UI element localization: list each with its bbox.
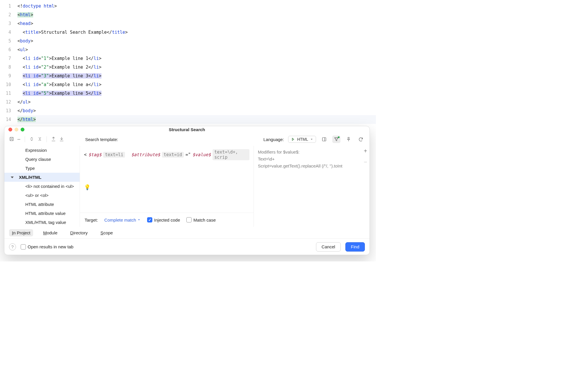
center-pane: <$tag$ text=li $attribute$ text=id ="$va… [80, 146, 254, 227]
line-number: 10 [0, 80, 17, 89]
scope-tab[interactable]: Module [40, 229, 60, 236]
line-number: 7 [0, 54, 17, 63]
dialog-title: Structural Search [4, 127, 370, 132]
code-line[interactable]: <li id="3">Example line 3</li> [17, 72, 376, 80]
open-results-checkbox[interactable]: Open results in new tab [21, 244, 74, 250]
add-modifier-icon[interactable]: + [364, 147, 367, 154]
code[interactable]: <!doctype html><html><head> <title>Struc… [17, 0, 376, 124]
modifier-line: Text=\d+ [258, 156, 368, 163]
line-number: 4 [0, 28, 17, 37]
line-number: 13 [0, 106, 17, 115]
chevron-down-icon [310, 138, 313, 141]
code-line[interactable]: <ul> [17, 45, 376, 54]
line-number: 5 [0, 37, 17, 45]
pill-value: text=\d+, scrip [213, 149, 249, 160]
code-line[interactable]: <!doctype html> [17, 2, 376, 10]
save-template-icon[interactable] [9, 136, 14, 142]
target-value: Complete match [104, 218, 136, 222]
search-template-label: Search template: [85, 137, 118, 142]
code-line[interactable]: <li id="2">Example line 2</li> [17, 63, 376, 72]
line-number: 12 [0, 98, 17, 106]
sidebar-item[interactable]: XML/HTML tag value [4, 218, 80, 227]
line-number: 2 [0, 10, 17, 19]
code-line[interactable]: <li id="a">Example line a</li> [17, 80, 376, 89]
injected-code-checkbox[interactable]: Injected code [147, 217, 180, 222]
editor-area: 1234567891011121314 <!doctype html><html… [0, 0, 376, 124]
code-line[interactable]: <html> [17, 10, 376, 19]
sidebar-item[interactable]: <ul> or <ol> [4, 191, 80, 200]
remove-template-icon[interactable]: − [17, 136, 21, 143]
sidebar-toolbar: − [4, 136, 80, 143]
target-selector[interactable]: Complete match [104, 218, 141, 222]
match-case-checkbox[interactable]: Match case [186, 217, 216, 222]
layout-toggle-button[interactable] [320, 136, 328, 143]
import-icon[interactable] [59, 136, 64, 142]
sidebar-item[interactable]: HTML attribute value [4, 209, 80, 218]
target-label: Target: [85, 218, 98, 222]
sidebar-item[interactable]: Query clause [4, 155, 80, 164]
injected-code-label: Injected code [154, 218, 180, 222]
collapse-all-icon[interactable] [37, 136, 42, 142]
sidebar-item[interactable]: HTML attribute [4, 200, 80, 209]
line-number: 3 [0, 19, 17, 28]
sidebar-item[interactable]: Type [4, 164, 80, 173]
line-number: 9 [0, 72, 17, 80]
code-line[interactable]: <body> [17, 37, 376, 45]
filter-button[interactable] [332, 136, 340, 143]
line-number: 6 [0, 45, 17, 54]
modifiers-title: Modifiers for $value$: [258, 149, 368, 156]
template-editor[interactable]: <$tag$ text=li $attribute$ text=id ="$va… [80, 146, 254, 213]
chevron-down-icon [137, 218, 141, 222]
code-line[interactable]: <title>Structural Search Example</title> [17, 28, 376, 37]
match-case-label: Match case [193, 218, 216, 222]
line-number: 11 [0, 89, 17, 98]
expand-all-icon[interactable] [29, 136, 34, 142]
find-button[interactable]: Find [345, 242, 365, 252]
language-value: HTML [297, 137, 308, 142]
code-line[interactable]: <head> [17, 19, 376, 28]
code-line[interactable]: </ul> [17, 98, 376, 106]
svg-rect-1 [322, 138, 326, 141]
code-line[interactable]: </html> [17, 115, 376, 124]
refresh-button[interactable] [357, 136, 365, 143]
modifier-line: Script=value.getText().replaceAll (/"/, … [258, 163, 368, 170]
titlebar: Structural Search [4, 126, 370, 133]
var-attribute: $attribute$ [131, 152, 160, 157]
var-value: $value$ [192, 152, 211, 157]
sidebar-item[interactable]: Expression [4, 146, 80, 155]
open-results-label: Open results in new tab [28, 244, 74, 249]
line-number: 14 [0, 115, 17, 124]
structural-search-dialog: Structural Search − Search template: Lan… [4, 126, 370, 255]
sidebar-item[interactable]: <li> not contained in <ul> [4, 182, 80, 191]
remove-modifier-icon[interactable]: − [364, 158, 367, 165]
line-number: 1 [0, 2, 17, 10]
help-icon[interactable]: ? [9, 243, 16, 250]
code-line[interactable]: <li id="1">Example line 1</li> [17, 54, 376, 63]
filter-active-indicator [338, 136, 340, 138]
var-tag: $tag$ [88, 152, 101, 157]
modifiers-pane: Modifiers for $value$: Text=\d+Script=va… [254, 146, 370, 227]
sidebar-group-xml-html[interactable]: XML/HTML [4, 173, 80, 182]
line-number: 8 [0, 63, 17, 72]
language-label: Language: [263, 137, 284, 142]
pill-attribute: text=id [162, 152, 184, 158]
language-selector[interactable]: HTML [288, 136, 316, 143]
scope-tabs: In ProjectModuleDirectoryScope [4, 227, 370, 238]
scope-tab[interactable]: In Project [9, 229, 33, 236]
svg-rect-0 [10, 137, 13, 141]
pin-button[interactable] [345, 136, 353, 143]
template-category-sidebar[interactable]: ExpressionQuery clauseTypeXML/HTML<li> n… [4, 146, 80, 227]
export-icon[interactable] [51, 136, 56, 142]
code-line[interactable]: <li id="5">Example line 5</li> [17, 89, 376, 98]
intention-bulb-icon[interactable]: 💡 [84, 184, 90, 190]
scope-tab[interactable]: Directory [67, 229, 91, 236]
pill-tag: text=li [103, 152, 125, 158]
scope-tab[interactable]: Scope [98, 229, 116, 236]
cancel-button[interactable]: Cancel [316, 242, 341, 252]
code-line[interactable]: </body> [17, 106, 376, 115]
gutter: 1234567891011121314 [0, 0, 17, 124]
literal-eq: =" [185, 152, 191, 157]
